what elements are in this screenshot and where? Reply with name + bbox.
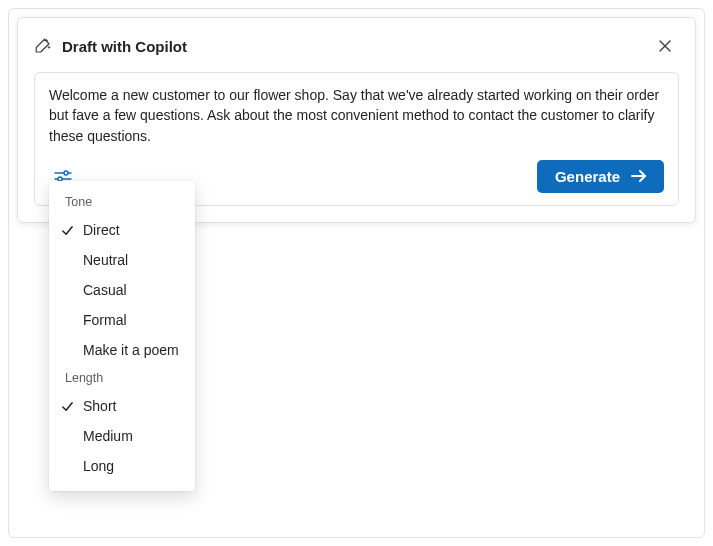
close-button[interactable]	[651, 32, 679, 60]
length-option-long[interactable]: Long	[49, 451, 195, 481]
length-option-short[interactable]: Short	[49, 391, 195, 421]
svg-point-3	[64, 171, 68, 175]
tone-option-neutral[interactable]: Neutral	[49, 245, 195, 275]
generate-button-label: Generate	[555, 168, 620, 185]
panel-header: Draft with Copilot	[34, 32, 679, 60]
tone-option-casual[interactable]: Casual	[49, 275, 195, 305]
check-icon	[61, 400, 83, 413]
tone-option-formal[interactable]: Formal	[49, 305, 195, 335]
dropdown-item-label: Medium	[83, 428, 133, 444]
check-icon	[61, 224, 83, 237]
tone-option-poem[interactable]: Make it a poem	[49, 335, 195, 365]
prompt-text[interactable]: Welcome a new customer to our flower sho…	[49, 85, 664, 146]
dropdown-item-label: Short	[83, 398, 116, 414]
dropdown-item-label: Neutral	[83, 252, 128, 268]
generate-button[interactable]: Generate	[537, 160, 664, 193]
dropdown-item-label: Casual	[83, 282, 127, 298]
settings-dropdown: Tone Direct Neutral Casual Formal Make i…	[49, 181, 195, 491]
length-option-medium[interactable]: Medium	[49, 421, 195, 451]
close-icon	[658, 39, 672, 53]
arrow-right-icon	[630, 168, 648, 184]
dropdown-item-label: Make it a poem	[83, 342, 179, 358]
dropdown-item-label: Direct	[83, 222, 120, 238]
panel-title: Draft with Copilot	[62, 38, 187, 55]
dropdown-item-label: Formal	[83, 312, 127, 328]
app-frame: Draft with Copilot Welcome a new custome…	[8, 8, 705, 538]
dropdown-item-label: Long	[83, 458, 114, 474]
dropdown-section-tone: Tone	[49, 189, 195, 215]
copilot-icon	[34, 37, 52, 55]
tone-option-direct[interactable]: Direct	[49, 215, 195, 245]
dropdown-section-length: Length	[49, 365, 195, 391]
